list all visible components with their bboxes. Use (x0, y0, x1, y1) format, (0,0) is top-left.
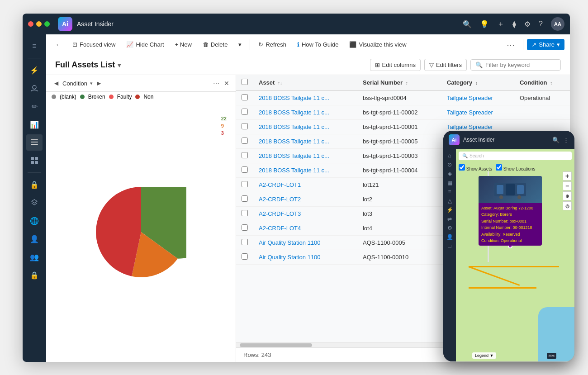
sidebar-layers-icon[interactable] (26, 195, 43, 211)
show-locations-label[interactable]: Show Locations (496, 164, 535, 171)
mobile-home-icon[interactable]: ⌂ (448, 152, 451, 159)
delete-button[interactable]: 🗑 Delete (198, 39, 232, 50)
focused-view-button[interactable]: ⊡ Focused view (68, 39, 120, 50)
asset-cell[interactable]: 2018 BOSS Tailgate 11 c... (253, 120, 357, 134)
maximize-dot[interactable] (44, 21, 50, 27)
dropdown-button[interactable]: ▾ (234, 39, 246, 50)
user-avatar[interactable]: AA (551, 17, 564, 31)
mobile-list-icon[interactable]: ≡ (448, 189, 451, 195)
mobile-legend-button[interactable]: Legend ▼ (472, 352, 496, 359)
row-checkbox-cell[interactable] (236, 178, 253, 192)
mobile-settings-icon[interactable]: ⚙ (447, 225, 452, 231)
mobile-chart-icon[interactable]: ▦ (447, 180, 452, 186)
row-checkbox-cell[interactable] (236, 250, 253, 265)
select-all-checkbox[interactable] (242, 79, 248, 85)
sidebar-team-icon[interactable]: 👥 (26, 249, 43, 265)
row-checkbox-3[interactable] (242, 138, 248, 144)
row-checkbox-9[interactable] (242, 224, 248, 231)
settings-icon[interactable]: ⚙ (524, 20, 531, 28)
filter-more-button[interactable]: ⋯ (212, 79, 220, 88)
close-dot[interactable] (28, 21, 33, 27)
sidebar-person-icon[interactable]: 👤 (26, 231, 43, 247)
mobile-swap-icon[interactable]: ⇌ (447, 216, 452, 222)
share-button[interactable]: ↗ Share ▾ (527, 39, 564, 50)
search-icon[interactable]: 🔍 (463, 20, 472, 28)
row-checkbox-cell[interactable] (236, 221, 253, 236)
asset-cell[interactable]: 2018 BOSS Tailgate 11 c... (253, 105, 357, 120)
row-checkbox-cell[interactable] (236, 236, 253, 250)
keyword-search-box[interactable]: 🔍 (470, 59, 561, 71)
show-assets-checkbox[interactable] (459, 164, 465, 171)
sidebar-list-icon[interactable] (26, 134, 43, 151)
mobile-layers-icon[interactable]: ◈ (448, 171, 452, 177)
lightbulb-icon[interactable]: 💡 (480, 20, 489, 28)
row-checkbox-8[interactable] (242, 210, 248, 216)
row-checkbox-2[interactable] (242, 123, 248, 129)
row-checkbox-11[interactable] (242, 253, 248, 260)
asset-cell[interactable]: Air Quality Station 1100 (253, 236, 357, 250)
visualize-button[interactable]: ⬛ Visualize this view (345, 39, 411, 50)
condition-column-header[interactable]: Condition ↕ (514, 75, 570, 90)
asset-cell[interactable]: 2018 BOSS Tailgate 11 c... (253, 134, 357, 149)
more-options-button[interactable]: ⋯ (502, 38, 519, 52)
asset-cell[interactable]: A2-CRDF-LOT4 (253, 221, 357, 236)
how-to-guide-button[interactable]: ℹ How To Guide (293, 39, 343, 50)
help-icon[interactable]: ? (539, 20, 543, 28)
filter-icon[interactable]: ⧫ (512, 20, 516, 28)
row-checkbox-7[interactable] (242, 195, 248, 202)
zoom-compass-button[interactable]: ⊕ (563, 191, 572, 200)
mobile-box-icon[interactable]: □ (448, 243, 451, 249)
show-assets-label[interactable]: Show Assets (459, 164, 492, 171)
category-cell[interactable]: Tailgate Spreader (441, 90, 514, 105)
mobile-person-icon[interactable]: 👤 (446, 234, 453, 240)
mobile-search-icon[interactable]: 🔍 (552, 137, 560, 143)
zoom-out-button[interactable]: − (563, 181, 572, 190)
add-icon[interactable]: ＋ (497, 19, 504, 29)
row-checkbox-cell[interactable] (236, 207, 253, 221)
mobile-lightning-icon[interactable]: ⚡ (446, 207, 453, 213)
show-locations-checkbox[interactable] (496, 164, 502, 171)
row-checkbox-cell[interactable] (236, 192, 253, 207)
asset-cell[interactable]: 2018 BOSS Tailgate 11 c... (253, 90, 357, 105)
mobile-clock-icon[interactable]: ⊙ (447, 161, 452, 168)
row-checkbox-4[interactable] (242, 152, 248, 158)
zoom-in-button[interactable]: + (563, 171, 572, 180)
edit-filters-button[interactable]: ▽ Edit filters (424, 59, 467, 71)
filter-prev-button[interactable]: ◀ (52, 79, 61, 88)
row-checkbox-cell[interactable] (236, 134, 253, 149)
mobile-search-bar[interactable]: 🔍 Search (459, 152, 572, 160)
refresh-button[interactable]: ↻ Refresh (254, 39, 291, 50)
asset-cell[interactable]: 2018 BOSS Tailgate 11 c... (253, 149, 357, 163)
asset-cell[interactable]: A2-CRDF-LOT3 (253, 207, 357, 221)
scrollbar-thumb[interactable] (240, 343, 312, 347)
sidebar-chart-icon[interactable]: 📊 (26, 116, 43, 133)
hide-chart-button[interactable]: 📈 Hide Chart (122, 39, 168, 50)
sidebar-table-icon[interactable] (26, 152, 43, 169)
asset-cell[interactable]: 2018 BOSS Tailgate 11 c... (253, 163, 357, 178)
sidebar-assets-icon[interactable] (26, 80, 43, 96)
asset-cell[interactable]: A2-CRDF-LOT1 (253, 178, 357, 192)
mobile-more-icon[interactable]: ⋮ (563, 137, 569, 143)
asset-column-header[interactable]: Asset ↑↓ (253, 75, 357, 90)
filter-close-button[interactable]: ✕ (223, 79, 230, 88)
filter-next-button[interactable]: ▶ (95, 79, 104, 88)
sidebar-edit-icon[interactable]: ✏ (26, 98, 43, 114)
row-checkbox-cell[interactable] (236, 149, 253, 163)
serial-column-header[interactable]: Serial Number ↕ (357, 75, 441, 90)
mobile-triangle-icon[interactable]: △ (448, 198, 452, 204)
row-checkbox-1[interactable] (242, 109, 248, 115)
sidebar-security-icon[interactable]: 🔒 (26, 267, 43, 283)
edit-columns-button[interactable]: ⊞ Edit columns (370, 59, 421, 71)
minimize-dot[interactable] (36, 21, 42, 27)
back-button[interactable]: ← (52, 38, 66, 51)
row-checkbox-6[interactable] (242, 181, 248, 187)
filter-title-chevron-icon[interactable]: ▾ (90, 81, 93, 86)
asset-cell[interactable]: Air Quality Station 1100 (253, 250, 357, 265)
row-checkbox-0[interactable] (242, 94, 248, 100)
sidebar-lightning-icon[interactable]: ⚡ (26, 62, 43, 78)
new-button[interactable]: + New (171, 39, 196, 50)
row-checkbox-cell[interactable] (236, 90, 253, 105)
select-all-header[interactable] (236, 75, 253, 90)
keyword-search-input[interactable] (485, 62, 556, 68)
row-checkbox-cell[interactable] (236, 120, 253, 134)
